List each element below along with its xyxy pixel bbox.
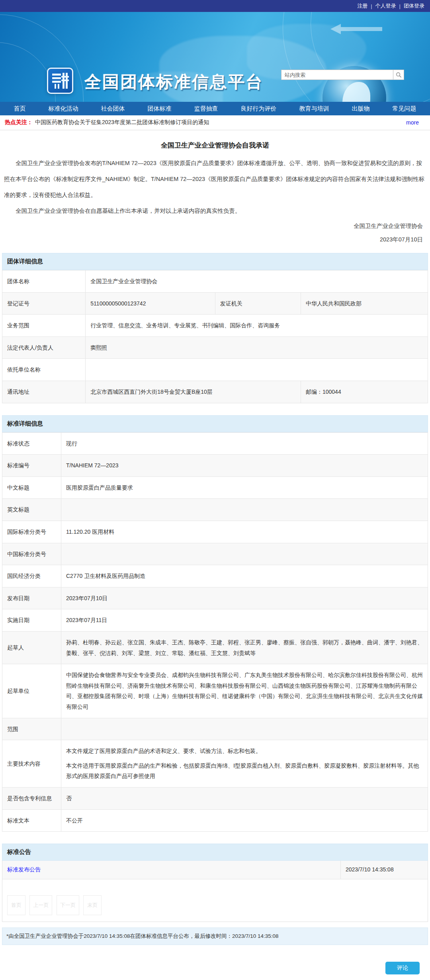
site-banner: 全国团体标准信息平台: [0, 12, 430, 102]
row-label: 国民经济分类: [2, 565, 61, 587]
nav-item-publications[interactable]: 出版物: [352, 105, 370, 113]
row-label: 实施日期: [2, 609, 61, 632]
standard-info-section: 标准详细信息 标准状态 现行 标准编号 T/NAHIEM 72—2023 中文标…: [2, 415, 428, 832]
reg-no-value: 511000005000123742: [86, 292, 215, 315]
nav-item-education[interactable]: 教育与培训: [299, 105, 329, 113]
hot-label: 热点关注：: [5, 119, 33, 126]
row-label: 范围: [2, 718, 61, 740]
search-input[interactable]: [281, 70, 393, 80]
nav-item-social-groups[interactable]: 社会团体: [101, 105, 125, 113]
section-title: 标准公告: [2, 844, 428, 861]
scope-value: 行业管理、信息交流、业务培训、专业展览、书刊编辑、国际合作、咨询服务: [86, 315, 428, 337]
nav-item-faq[interactable]: 常见问题: [393, 105, 416, 113]
row-label: 中文标题: [2, 476, 61, 499]
pagination-last-button[interactable]: 末页: [83, 895, 102, 915]
row-label: 发布日期: [2, 587, 61, 609]
row-label: 标准编号: [2, 455, 61, 477]
table-row: 起草人 孙莉、杜明春、孙云起、张立国、朱成丰、王杰、陈敬亭、王建、郭程、张正男、…: [2, 632, 428, 664]
table-row: 国民经济分类 C2770 卫生材料及医药用品制造: [2, 565, 428, 587]
row-label: 中国标准分类号: [2, 543, 61, 565]
table-row: 中国标准分类号: [2, 543, 428, 565]
row-label: 主要技术内容: [2, 740, 61, 788]
arrow-decoration: [330, 23, 382, 35]
page-title: 全国卫生产业企业管理协会自我承诺: [0, 141, 430, 150]
row-label: 团体名称: [2, 270, 86, 293]
status-value: 现行: [61, 432, 428, 455]
cn-title-value: 医用胶原蛋白产品质量要求: [61, 476, 428, 499]
row-label: 法定代表人/负责人: [2, 336, 86, 359]
implement-date-value: 2023年07月11日: [61, 609, 428, 632]
table-row: 英文标题: [2, 499, 428, 521]
promise-paragraph: 全国卫生产业企业管理协会发布的T/NAHIEM 72—2023《医用胶原蛋白产品…: [4, 156, 426, 203]
nav-item-supervision[interactable]: 监督抽查: [194, 105, 218, 113]
personal-login-link[interactable]: 个人登录: [375, 2, 396, 10]
row-label: 英文标题: [2, 499, 61, 521]
table-row: 是否包含专利信息 否: [2, 787, 428, 809]
site-title: 全国团体标准信息平台: [84, 71, 264, 93]
nav-item-good-practice[interactable]: 良好行为评价: [241, 105, 277, 113]
row-label: 通讯地址: [2, 381, 86, 403]
announcement-time: 2023/7/10 14:35:08: [340, 861, 428, 879]
standard-text-value: 不公开: [61, 809, 428, 832]
drafting-units-value: 中国保健协会食物营养与安全专业委员会、成都钧兴生物科技有限公司、广东丸美生物技术…: [61, 664, 428, 718]
pagination: 首页 上一页 下一页 末页: [2, 879, 428, 922]
hot-notice-bar: 热点关注： 中国医药教育协会关于征集2023年度第二批团体标准制修订项目的通知 …: [0, 115, 430, 130]
table-row: 标准编号 T/NAHIEM 72—2023: [2, 455, 428, 477]
table-row: 中文标题 医用胶原蛋白产品质量要求: [2, 476, 428, 499]
separator: |: [371, 3, 372, 9]
group-login-link[interactable]: 团体登录: [404, 2, 424, 10]
table-row: 发布日期 2023年07月10日: [2, 587, 428, 609]
table-row: 通讯地址 北京市西城区西直门外大街18号金贸大厦B座10层 邮编：100044: [2, 381, 428, 403]
row-label: 登记证号: [2, 292, 86, 315]
table-row: 起草单位 中国保健协会食物营养与安全专业委员会、成都钧兴生物科技有限公司、广东丸…: [2, 664, 428, 718]
table-row: 标准状态 现行: [2, 432, 428, 455]
pagination-prev-button[interactable]: 上一页: [29, 895, 52, 915]
more-link[interactable]: more: [406, 119, 419, 126]
announcement-row: 标准发布公告 2023/7/10 14:35:08: [2, 861, 428, 879]
comment-row: 评论: [0, 945, 430, 980]
page: 注册 | 个人登录 | 团体登录: [0, 0, 430, 980]
pagination-next-button[interactable]: 下一页: [57, 895, 79, 915]
table-row: 实施日期 2023年07月11日: [2, 609, 428, 632]
nav-item-standardization-activities[interactable]: 标准化活动: [49, 105, 78, 113]
table-row: 范围: [2, 718, 428, 740]
row-label: 依托单位名称: [2, 359, 86, 381]
tech-content-value: 本文件规定了医用胶原蛋白产品的术语和定义、要求、试验方法、标志和包装。 本文件适…: [61, 740, 428, 788]
row-label: 标准文本: [2, 809, 61, 832]
register-link[interactable]: 注册: [357, 2, 367, 10]
table-row: 业务范围 行业管理、信息交流、业务培训、专业展览、书刊编辑、国际合作、咨询服务: [2, 315, 428, 337]
top-account-bar: 注册 | 个人登录 | 团体登录: [0, 0, 430, 12]
tech-content-line: 本文件适用于医用胶原蛋白产品的生产和检验，包括胶原蛋白海绵、Ⅰ型胶原蛋白植入剂、…: [66, 760, 423, 782]
signer-name: 全国卫生产业企业管理协会: [0, 219, 430, 233]
site-search: [281, 70, 404, 80]
promise-text: 全国卫生产业企业管理协会发布的T/NAHIEM 72—2023《医用胶原蛋白产品…: [0, 156, 430, 219]
promise-paragraph: 全国卫生产业企业管理协会在自愿基础上作出本承诺，并对以上承诺内容的真实性负责。: [4, 203, 426, 219]
patent-info-value: 否: [61, 787, 428, 809]
row-label: 业务范围: [2, 315, 86, 337]
standard-info-table: 标准状态 现行 标准编号 T/NAHIEM 72—2023 中文标题 医用胶原蛋…: [2, 432, 428, 832]
search-button[interactable]: [393, 70, 404, 80]
group-info-section: 团体详细信息 团体名称 全国卫生产业企业管理协会 登记证号 5110000050…: [2, 253, 428, 403]
publish-note: *由全国卫生产业企业管理协会于2023/7/10 14:35:08在团体标准信息…: [2, 928, 428, 945]
scope-value: [61, 718, 428, 740]
table-row: 依托单位名称: [2, 359, 428, 381]
section-title: 团体详细信息: [2, 253, 428, 270]
nav-item-home[interactable]: 首页: [14, 105, 26, 113]
row-label: 标准状态: [2, 432, 61, 455]
hot-notice-link[interactable]: 中国医药教育协会关于征集2023年度第二批团体标准制修订项目的通知: [35, 119, 209, 126]
group-name-value: 全国卫生产业企业管理协会: [86, 270, 428, 293]
separator: |: [399, 3, 401, 9]
pagination-first-button[interactable]: 首页: [7, 895, 25, 915]
ccs-value: [61, 543, 428, 565]
address-value: 北京市西城区西直门外大街18号金贸大厦B座10层: [86, 381, 301, 403]
row-label: 是否包含专利信息: [2, 787, 61, 809]
nav-item-group-standards[interactable]: 团体标准: [148, 105, 172, 113]
announcement-link[interactable]: 标准发布公告: [7, 866, 41, 873]
economy-class-value: C2770 卫生材料及医药用品制造: [61, 565, 428, 587]
postcode-value: 邮编：100044: [301, 381, 428, 403]
comment-button[interactable]: 评论: [385, 962, 420, 974]
rely-unit-value: [86, 359, 428, 381]
row-label: 国际标准分类号: [2, 521, 61, 543]
table-row: 标准文本 不公开: [2, 809, 428, 832]
en-title-value: [61, 499, 428, 521]
